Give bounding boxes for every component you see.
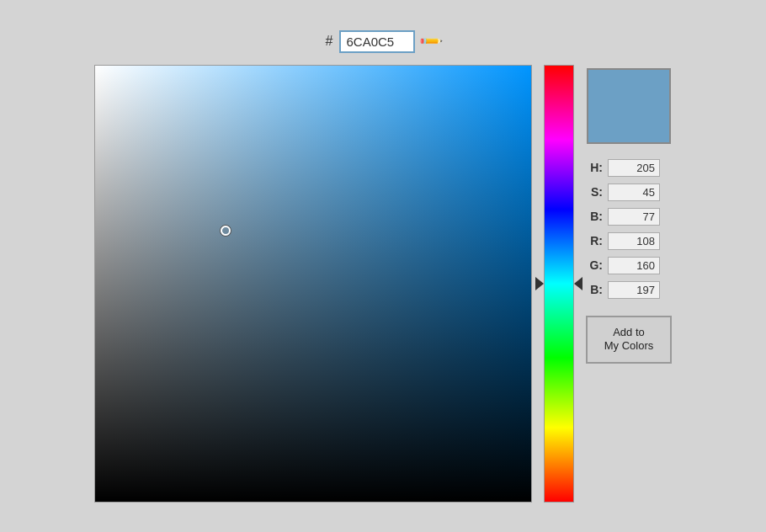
field-row-r: R:: [586, 232, 660, 250]
field-input-g[interactable]: [608, 257, 660, 274]
field-row-b: B:: [586, 208, 660, 226]
field-row-h: H:: [586, 159, 660, 177]
hex-row: # ✏️: [326, 30, 441, 53]
field-row-b2: B:: [586, 281, 660, 299]
eyedropper-icon[interactable]: ✏️: [418, 28, 444, 54]
color-square[interactable]: [94, 65, 532, 503]
gradient-dark: [95, 66, 531, 502]
hue-slider[interactable]: [544, 65, 574, 503]
hue-slider-wrapper: [544, 65, 574, 503]
field-input-b[interactable]: [608, 208, 660, 226]
hue-arrow-left-icon: [535, 277, 544, 290]
field-input-s[interactable]: [608, 184, 660, 201]
field-label-b: B:: [586, 210, 603, 223]
field-input-r[interactable]: [608, 232, 660, 250]
field-input-b2[interactable]: [608, 281, 660, 299]
color-picker: # ✏️ H: S:: [94, 30, 672, 503]
field-label-s: S:: [586, 185, 603, 199]
hex-symbol: #: [326, 34, 333, 49]
field-label-g: G:: [586, 258, 603, 272]
right-panel: H: S: B: R: G: B:: [586, 65, 672, 364]
field-row-g: G:: [586, 257, 660, 274]
color-square-wrapper: [94, 65, 532, 503]
color-preview: [587, 68, 671, 144]
hex-input[interactable]: [339, 30, 415, 53]
field-row-s: S:: [586, 184, 660, 201]
main-row: H: S: B: R: G: B:: [94, 65, 672, 503]
field-label-h: H:: [586, 161, 603, 174]
field-input-h[interactable]: [608, 159, 660, 177]
field-label-b2: B:: [586, 283, 603, 296]
field-label-r: R:: [586, 234, 603, 247]
add-to-my-colors-button[interactable]: Add toMy Colors: [586, 316, 672, 364]
hue-arrow-right-icon: [574, 277, 582, 290]
